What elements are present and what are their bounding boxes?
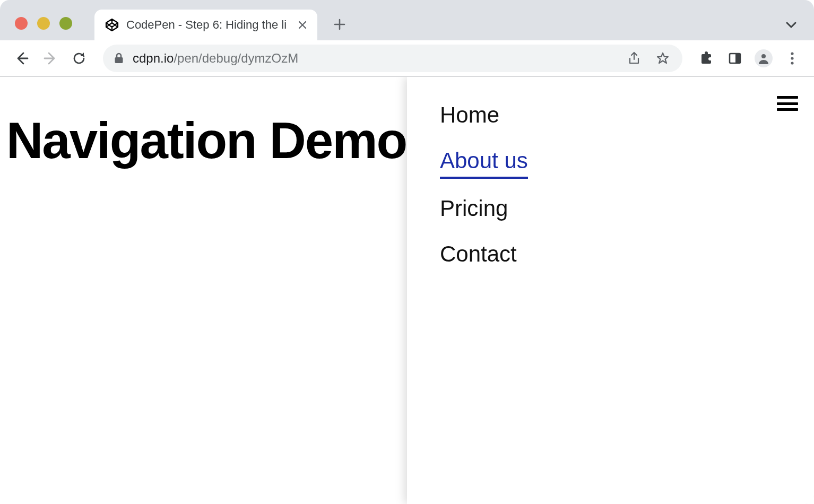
address-bar[interactable]: cdpn.io/pen/debug/dymzOzM: [103, 45, 682, 72]
nav-link-contact[interactable]: Contact: [440, 241, 517, 270]
window-maximize-button[interactable]: [59, 17, 72, 30]
url-host: cdpn.io: [133, 51, 174, 65]
back-button[interactable]: [13, 49, 31, 67]
url-text: cdpn.io/pen/debug/dymzOzM: [133, 51, 617, 66]
tabs-dropdown-button[interactable]: [784, 18, 798, 32]
url-path: /pen/debug/dymzOzM: [174, 51, 298, 65]
svg-point-4: [791, 52, 793, 55]
extensions-button[interactable]: [697, 49, 715, 67]
svg-point-5: [791, 57, 793, 59]
lock-icon: [114, 53, 124, 64]
new-tab-button[interactable]: [332, 17, 347, 32]
nav-list: Home About us Pricing Contact: [440, 102, 814, 270]
hamburger-icon[interactable]: [777, 96, 798, 111]
bookmark-button[interactable]: [654, 49, 672, 67]
codepen-icon: [105, 18, 119, 32]
nav-link-about-us[interactable]: About us: [440, 148, 528, 179]
reload-button[interactable]: [70, 49, 88, 67]
svg-point-3: [761, 54, 766, 58]
nav-link-home[interactable]: Home: [440, 102, 499, 131]
profile-button[interactable]: [755, 49, 773, 67]
browser-toolbar: cdpn.io/pen/debug/dymzOzM: [0, 40, 814, 76]
browser-chrome: CodePen - Step 6: Hiding the li cdpn: [0, 0, 814, 77]
share-button[interactable]: [625, 49, 643, 67]
page-viewport: Navigation Demo Home About us Pricing Co…: [0, 77, 814, 504]
side-panel-button[interactable]: [726, 49, 744, 67]
nav-link-pricing[interactable]: Pricing: [440, 196, 508, 224]
tab-title: CodePen - Step 6: Hiding the li: [126, 18, 290, 32]
window-controls: [15, 17, 72, 30]
tab-strip: CodePen - Step 6: Hiding the li: [0, 0, 814, 40]
window-minimize-button[interactable]: [37, 17, 50, 30]
forward-button[interactable]: [41, 49, 59, 67]
browser-tab-active[interactable]: CodePen - Step 6: Hiding the li: [94, 10, 317, 40]
svg-rect-0: [115, 57, 123, 63]
svg-point-6: [791, 62, 793, 64]
tab-close-button[interactable]: [297, 20, 308, 30]
svg-rect-2: [735, 54, 740, 63]
browser-menu-button[interactable]: [783, 49, 801, 67]
window-close-button[interactable]: [15, 17, 28, 30]
nav-panel: Home About us Pricing Contact: [407, 77, 814, 504]
